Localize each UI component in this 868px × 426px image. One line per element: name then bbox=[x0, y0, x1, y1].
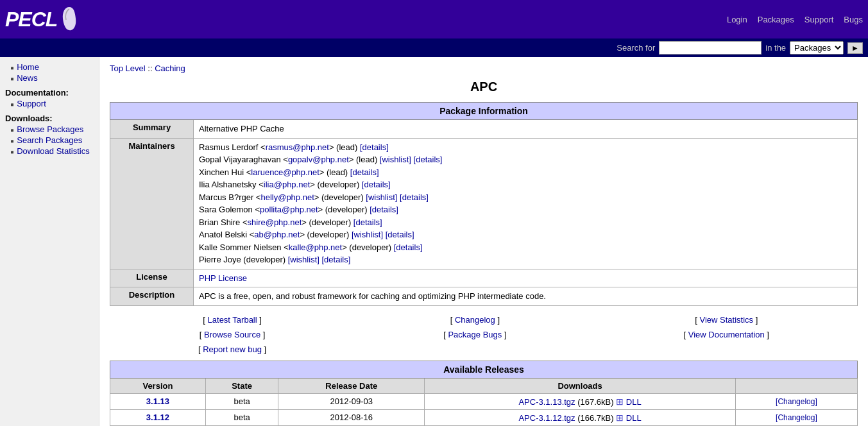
package-bugs-link[interactable]: Package Bugs bbox=[448, 330, 502, 339]
search-for-label: Search for bbox=[617, 43, 655, 53]
header: PECL Login Packages Support Bugs Search … bbox=[0, 0, 868, 57]
maintainer-marcus-wishlist[interactable]: [wishlist] bbox=[366, 192, 397, 202]
sidebar-item-download-statistics[interactable]: Download Statistics bbox=[5, 146, 94, 156]
links-col-1: [ Latest Tarball ] [ Browse Source ] [ R… bbox=[198, 315, 266, 354]
maintainers-label: Maintainers bbox=[110, 138, 194, 269]
changelog-cell-3113: [Changelog] bbox=[735, 393, 857, 409]
license-link[interactable]: PHP License bbox=[199, 273, 247, 283]
col-downloads: Downloads bbox=[425, 378, 736, 393]
maintainer-anatol-email[interactable]: ab@php.net bbox=[254, 230, 300, 239]
sidebar: Home News Documentation: Support Downloa… bbox=[0, 57, 99, 426]
header-nav: Login Packages Support Bugs bbox=[727, 15, 863, 24]
maintainers-value: Rasmus Lerdorf <rasmus@php.net> (lead) [… bbox=[194, 138, 858, 269]
description-value: APC is a free, open, and robust framewor… bbox=[194, 287, 858, 306]
summary-value: Alternative PHP Cache bbox=[194, 120, 858, 139]
package-bugs-link-item: [ Package Bugs ] bbox=[443, 330, 506, 339]
breadcrumb-top-level[interactable]: Top Level bbox=[110, 64, 146, 73]
maintainer-marcus-details[interactable]: [details] bbox=[400, 192, 429, 202]
header-top: PECL Login Packages Support Bugs bbox=[0, 0, 868, 38]
dll-link-3112[interactable]: DLL bbox=[626, 413, 642, 423]
report-bug-link[interactable]: Report new bug bbox=[203, 345, 262, 354]
changelog-link-3113[interactable]: [Changelog] bbox=[776, 397, 817, 406]
maintainer-ilia-details[interactable]: [details] bbox=[362, 180, 391, 189]
changelog-link-item: [ Changelog ] bbox=[443, 315, 506, 325]
table-row: 3.1.12 beta 2012-08-16 APC-3.1.12.tgz (1… bbox=[110, 409, 858, 425]
sidebar-item-home[interactable]: Home bbox=[5, 62, 94, 72]
maintainer-anatol-details[interactable]: [details] bbox=[386, 230, 414, 239]
package-info-table: Package Information Summary Alternative … bbox=[110, 102, 858, 306]
state-cell-3112: beta bbox=[205, 409, 278, 425]
main-content: Top Level :: Caching APC Package Informa… bbox=[99, 57, 868, 426]
latest-tarball-link[interactable]: Latest Tarball bbox=[208, 315, 257, 325]
maintainer-sara-email[interactable]: pollita@php.net bbox=[260, 205, 318, 214]
bugs-link[interactable]: Bugs bbox=[844, 15, 863, 24]
sidebar-item-search-packages[interactable]: Search Packages bbox=[5, 135, 94, 145]
view-statistics-link-item: [ View Statistics ] bbox=[684, 315, 769, 325]
maintainer-gopal-email[interactable]: gopalv@php.net bbox=[288, 155, 349, 164]
search-scope-select[interactable]: Packages bbox=[790, 41, 844, 55]
maintainer-gopal-details[interactable]: [details] bbox=[414, 155, 443, 164]
maintainer-sara-details[interactable]: [details] bbox=[370, 205, 398, 214]
license-label: License bbox=[110, 269, 194, 287]
downloads-cell-3112: APC-3.1.12.tgz (166.7kB) ⊞ DLL bbox=[425, 409, 736, 425]
breadcrumb: Top Level :: Caching bbox=[110, 64, 858, 73]
changelog-cell-3112: [Changelog] bbox=[735, 409, 857, 425]
maintainer-pierre-details[interactable]: [details] bbox=[321, 255, 350, 264]
maintainer-marcus-email[interactable]: helly@php.net bbox=[260, 192, 314, 202]
col-state: State bbox=[205, 378, 278, 393]
browse-source-link-item: [ Browse Source ] bbox=[198, 330, 266, 339]
summary-label: Summary bbox=[110, 120, 194, 139]
windows-icon-3113: ⊞ bbox=[616, 396, 624, 407]
sidebar-section-downloads: Downloads: bbox=[5, 114, 94, 123]
version-cell-3112: 3.1.12 bbox=[110, 409, 206, 425]
layout: Home News Documentation: Support Downloa… bbox=[0, 57, 868, 426]
breadcrumb-caching[interactable]: Caching bbox=[155, 64, 185, 73]
windows-icon-3112: ⊞ bbox=[616, 413, 624, 423]
packages-link[interactable]: Packages bbox=[758, 15, 794, 24]
maintainer-xinchen-email[interactable]: laruence@php.net bbox=[251, 167, 319, 177]
releases-header: Available Releases bbox=[110, 361, 858, 378]
changelog-link[interactable]: Changelog bbox=[455, 315, 495, 325]
date-cell-3112: 2012-08-16 bbox=[278, 409, 425, 425]
package-info-header: Package Information bbox=[110, 103, 858, 120]
maintainer-brian-details[interactable]: [details] bbox=[353, 217, 382, 227]
login-link[interactable]: Login bbox=[727, 15, 747, 24]
table-row: 3.1.13 beta 2012-09-03 APC-3.1.13.tgz (1… bbox=[110, 393, 858, 409]
version-link-3112[interactable]: 3.1.12 bbox=[146, 413, 169, 422]
version-link-3113[interactable]: 3.1.13 bbox=[146, 396, 169, 406]
sidebar-item-support[interactable]: Support bbox=[5, 99, 94, 108]
changelog-link-3112[interactable]: [Changelog] bbox=[776, 413, 817, 422]
version-cell-3113: 3.1.13 bbox=[110, 393, 206, 409]
view-documentation-link[interactable]: View Documentation bbox=[688, 330, 765, 339]
sidebar-item-browse-packages[interactable]: Browse Packages bbox=[5, 124, 94, 134]
in-the-label: in the bbox=[765, 43, 786, 53]
logo-bean-icon bbox=[60, 6, 79, 33]
support-link[interactable]: Support bbox=[804, 15, 834, 24]
dll-link-3113[interactable]: DLL bbox=[626, 397, 642, 407]
browse-source-link[interactable]: Browse Source bbox=[204, 330, 260, 339]
col-release-date: Release Date bbox=[278, 378, 425, 393]
links-col-3: [ View Statistics ] [ View Documentation… bbox=[684, 315, 769, 354]
maintainer-ilia-email[interactable]: ilia@php.net bbox=[264, 180, 310, 189]
maintainer-rasmus-details[interactable]: [details] bbox=[360, 142, 389, 152]
download-link-3113[interactable]: APC-3.1.13.tgz bbox=[518, 397, 575, 407]
logo-text: PECL bbox=[5, 8, 57, 31]
license-value: PHP License bbox=[194, 269, 858, 287]
search-go-button[interactable]: ► bbox=[847, 42, 863, 54]
maintainer-kalle-details[interactable]: [details] bbox=[394, 243, 423, 252]
maintainer-kalle-email[interactable]: kalle@php.net bbox=[289, 243, 342, 252]
maintainer-pierre-wishlist[interactable]: [wishlist] bbox=[288, 255, 319, 264]
maintainer-anatol-wishlist[interactable]: [wishlist] bbox=[352, 230, 383, 239]
view-statistics-link[interactable]: View Statistics bbox=[699, 315, 753, 325]
maintainer-rasmus-email[interactable]: rasmus@php.net bbox=[266, 142, 329, 152]
sidebar-item-news[interactable]: News bbox=[5, 73, 94, 83]
view-documentation-link-item: [ View Documentation ] bbox=[684, 330, 769, 339]
maintainer-gopal-wishlist[interactable]: [wishlist] bbox=[380, 155, 411, 164]
date-cell-3113: 2012-09-03 bbox=[278, 393, 425, 409]
breadcrumb-separator: :: bbox=[148, 64, 155, 73]
maintainer-xinchen-details[interactable]: [details] bbox=[350, 167, 379, 177]
download-link-3112[interactable]: APC-3.1.12.tgz bbox=[518, 413, 575, 423]
maintainer-brian-email[interactable]: shire@php.net bbox=[248, 217, 302, 227]
search-input[interactable] bbox=[659, 41, 762, 55]
state-cell-3113: beta bbox=[205, 393, 278, 409]
